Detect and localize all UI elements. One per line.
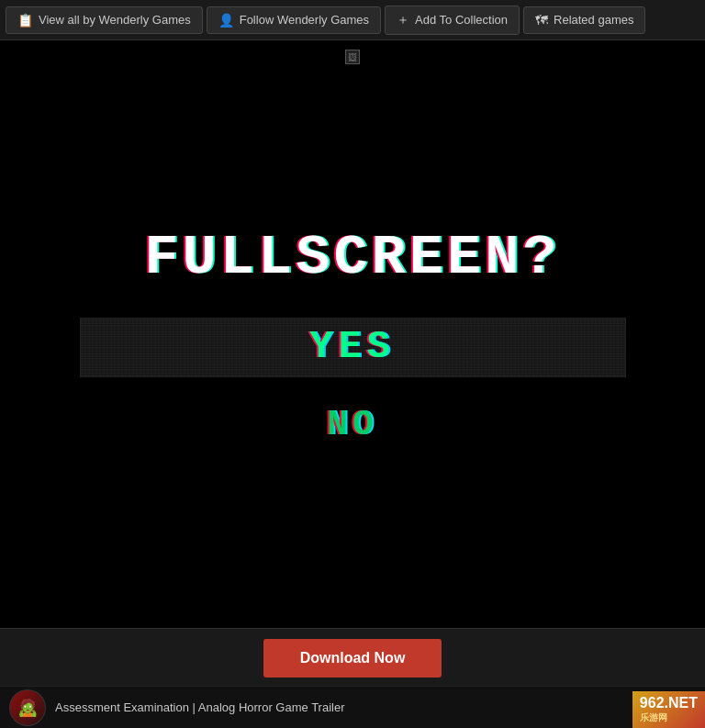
no-text[interactable]: NO: [327, 405, 378, 444]
download-now-button[interactable]: Download Now: [263, 639, 442, 678]
yes-option-container[interactable]: YES: [80, 318, 626, 377]
game-content: 🖼 FULLSCREEN? YES NO: [0, 40, 705, 628]
view-all-button[interactable]: 📋 View all by Wenderly Games: [6, 6, 203, 34]
add-collection-label: Add To Collection: [415, 13, 508, 27]
follow-icon: 👤: [218, 13, 234, 28]
view-all-label: View all by Wenderly Games: [39, 13, 191, 27]
trailer-thumb-image: 🧟: [10, 690, 45, 725]
watermark-main: 962.NET: [640, 695, 698, 711]
top-nav-bar: 📋 View all by Wenderly Games 👤 Follow We…: [0, 0, 705, 40]
add-collection-icon: ＋: [397, 12, 409, 28]
related-games-button[interactable]: 🗺 Related games: [523, 6, 645, 34]
game-area[interactable]: 🖼 FULLSCREEN? YES NO: [0, 40, 705, 628]
trailer-bar[interactable]: 🧟 Assessment Examination | Analog Horror…: [0, 686, 705, 728]
broken-image-icon: 🖼: [345, 50, 360, 64]
add-to-collection-button[interactable]: ＋ Add To Collection: [385, 6, 520, 35]
fullscreen-title: FULLSCREEN?: [144, 225, 560, 290]
follow-label: Follow Wenderly Games: [240, 13, 369, 27]
watermark: 962.NET 乐游网: [632, 691, 705, 728]
view-all-icon: 📋: [17, 13, 33, 28]
follow-button[interactable]: 👤 Follow Wenderly Games: [207, 6, 381, 34]
trailer-thumbnail: 🧟: [9, 689, 46, 726]
related-games-icon: 🗺: [535, 13, 548, 28]
yes-text: YES: [309, 325, 396, 369]
related-games-label: Related games: [554, 13, 633, 27]
watermark-sub: 乐游网: [640, 711, 698, 724]
download-bar: Download Now: [0, 628, 705, 687]
trailer-title: Assessment Examination | Analog Horror G…: [55, 700, 696, 714]
